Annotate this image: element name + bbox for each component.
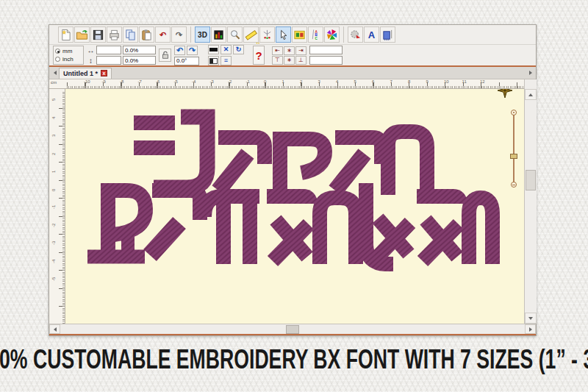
view-3d-button[interactable]: 3D bbox=[195, 26, 210, 43]
position-y-input[interactable] bbox=[309, 56, 343, 65]
color-wheel-button[interactable] bbox=[324, 26, 340, 43]
slider-plus-icon[interactable] bbox=[511, 110, 517, 115]
stitch-simulator-button[interactable] bbox=[259, 26, 275, 43]
lines-icon: ≡ bbox=[224, 57, 228, 64]
ruler-label: 0 bbox=[51, 188, 56, 190]
vertical-scroll-thumb[interactable] bbox=[526, 170, 536, 190]
horizontal-scroll-thumb[interactable] bbox=[286, 325, 299, 334]
zoom-slider[interactable] bbox=[509, 110, 519, 188]
open-button[interactable] bbox=[74, 26, 90, 43]
align-right-button[interactable]: ⇥ bbox=[295, 46, 306, 55]
expand-arrows-button[interactable]: ✕ bbox=[220, 45, 232, 54]
copy-icon bbox=[124, 29, 137, 41]
rotate-left-button[interactable]: ↶ bbox=[174, 46, 185, 55]
marketing-caption: 100% CUSTOMABLE EMBROIDERY BX FONT WITH … bbox=[0, 341, 588, 379]
scroll-right-button[interactable] bbox=[525, 324, 536, 334]
slider-minus-icon[interactable] bbox=[511, 182, 517, 188]
lettering-button[interactable]: ABC bbox=[308, 26, 323, 43]
help-button[interactable]: ? bbox=[253, 46, 265, 65]
padlock-icon bbox=[161, 51, 170, 60]
left-arrow-icon bbox=[54, 71, 57, 75]
open-folder-icon bbox=[76, 29, 88, 41]
align-bottom-button[interactable]: ⊥ bbox=[295, 56, 306, 65]
ruler-label: 5 bbox=[354, 79, 356, 84]
ruler-label: -6 bbox=[156, 79, 159, 84]
radio-inch-icon bbox=[55, 57, 60, 62]
down-arrow-icon bbox=[528, 317, 533, 320]
ruler-label: 1 bbox=[282, 79, 284, 84]
toolbar-separator bbox=[187, 26, 191, 43]
ruler-label: 0 bbox=[264, 79, 266, 84]
ruler-label: 2 bbox=[300, 79, 302, 84]
contrast-button[interactable] bbox=[208, 56, 219, 65]
tab-untitled-1[interactable]: Untitled 1 * x bbox=[59, 68, 112, 79]
design-canvas[interactable]: N bbox=[65, 89, 524, 324]
new-document-icon bbox=[60, 29, 72, 41]
tab-scroll-left-button[interactable] bbox=[51, 68, 59, 78]
align-top-icon: ⊤ bbox=[275, 57, 280, 63]
align-center-h-button[interactable]: ∗ bbox=[284, 46, 295, 55]
save-button[interactable] bbox=[90, 26, 106, 43]
lock-aspect-button[interactable] bbox=[159, 49, 171, 62]
compass-icon: N bbox=[496, 89, 514, 99]
undo-button[interactable]: ↶ bbox=[155, 26, 171, 43]
design-notes-button[interactable] bbox=[380, 26, 395, 43]
compass-widget[interactable]: N bbox=[496, 89, 514, 99]
height-percent-input[interactable] bbox=[123, 56, 156, 65]
scroll-down-button[interactable] bbox=[525, 313, 537, 324]
scroll-up-button[interactable] bbox=[525, 89, 537, 100]
slider-handle[interactable] bbox=[510, 154, 517, 159]
unit-inch-label: inch bbox=[62, 56, 74, 63]
horizontal-scrollbar[interactable] bbox=[49, 324, 536, 335]
ruler-label: 3 bbox=[318, 79, 320, 84]
ruler-label: -3 bbox=[210, 79, 214, 84]
width-percent-input[interactable] bbox=[123, 46, 156, 54]
horizontal-ruler: -10-9-8-7-6-5-4-3-2-10123456789101112 bbox=[65, 79, 524, 89]
thread-chart-button[interactable] bbox=[211, 26, 226, 43]
ruler-label: -10 bbox=[84, 79, 90, 84]
tab-scroll-right-button[interactable] bbox=[526, 68, 534, 78]
ruler-label: 5 bbox=[51, 99, 56, 101]
caption-text: 100% CUSTOMABLE EMBROIDERY BX FONT WITH … bbox=[0, 344, 588, 375]
vertical-scrollbar[interactable] bbox=[524, 89, 537, 324]
stitch-editor-button[interactable] bbox=[348, 26, 363, 43]
print-button[interactable] bbox=[107, 26, 122, 43]
fit-width-button[interactable] bbox=[208, 45, 219, 54]
zoom-button[interactable] bbox=[227, 26, 243, 43]
ruler-label: -7 bbox=[138, 79, 142, 84]
measure-button[interactable] bbox=[243, 26, 259, 43]
align-center-v-button[interactable]: ∗ bbox=[284, 56, 295, 65]
new-button[interactable] bbox=[58, 26, 74, 43]
align-left-button[interactable]: ⇤ bbox=[272, 46, 283, 55]
page: { "toolbar_main": { "view_3d_label": "3D… bbox=[0, 0, 588, 392]
paste-button[interactable] bbox=[139, 26, 154, 43]
height-input[interactable] bbox=[96, 56, 121, 65]
text-tool-button[interactable]: A bbox=[364, 26, 379, 43]
printer-icon bbox=[108, 29, 121, 41]
angle-input[interactable] bbox=[174, 57, 199, 65]
ruler-label: 2 bbox=[51, 152, 56, 154]
x-arrows-icon: ✕ bbox=[223, 46, 229, 53]
ruler-label: -1 bbox=[51, 205, 56, 209]
width-input[interactable] bbox=[96, 46, 121, 54]
color-film-icon bbox=[293, 29, 306, 41]
position-fields bbox=[309, 46, 343, 65]
tab-close-button[interactable]: x bbox=[101, 70, 107, 76]
select-pointer-button[interactable] bbox=[276, 26, 291, 43]
rotate-right-button[interactable]: ↷ bbox=[187, 46, 198, 55]
copy-button[interactable] bbox=[123, 26, 138, 43]
unit-inch-option[interactable]: inch bbox=[55, 56, 82, 63]
color-film-button[interactable] bbox=[292, 26, 307, 43]
refresh-view-button[interactable]: ↻ bbox=[233, 45, 244, 54]
main-toolbar: ↶ ↷ 3D ABC A bbox=[49, 25, 536, 45]
up-arrow-icon bbox=[528, 93, 533, 96]
redo-button[interactable]: ↷ bbox=[171, 26, 187, 43]
height-arrows-icon: ↕ bbox=[87, 57, 95, 65]
lettering-abc-icon: ABC bbox=[309, 29, 322, 41]
scroll-left-button[interactable] bbox=[49, 324, 60, 334]
outline-mode-button[interactable]: ≡ bbox=[220, 56, 232, 65]
position-x-input[interactable] bbox=[309, 46, 343, 54]
unit-mm-option[interactable]: mm bbox=[55, 48, 82, 54]
align-top-button[interactable]: ⊤ bbox=[272, 56, 283, 65]
ruler-label: -5 bbox=[174, 79, 178, 84]
